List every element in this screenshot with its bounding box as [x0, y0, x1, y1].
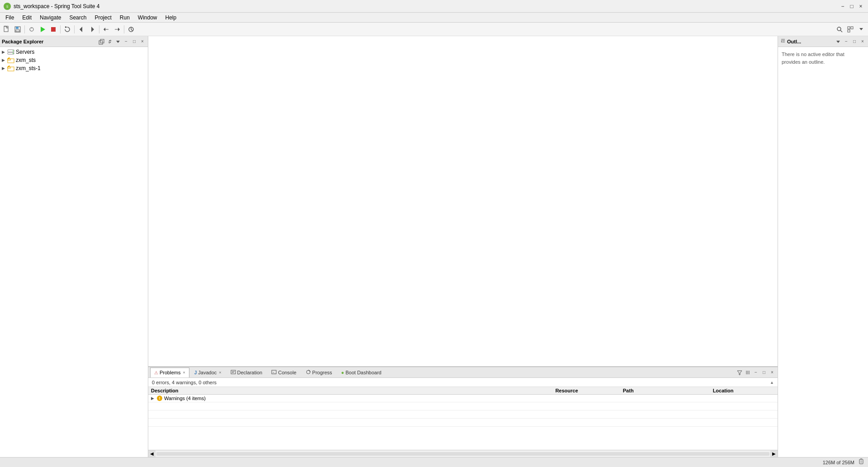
expand-warnings-arrow[interactable]: ▶	[151, 396, 154, 401]
tree-item-servers[interactable]: ▶ Servers	[1, 48, 147, 56]
tab-boot-dashboard[interactable]: ● Boot Dashboard	[337, 368, 386, 377]
forward-button[interactable]	[87, 24, 97, 34]
menu-edit[interactable]: Edit	[19, 14, 35, 22]
sort-arrow-icon: ▲	[770, 380, 774, 385]
tree-item-zxm-sts-1[interactable]: ▶ zxm_sts-1	[1, 64, 147, 72]
svg-line-23	[131, 29, 132, 31]
declaration-tab-icon	[231, 369, 236, 376]
open-perspective-button[interactable]	[845, 24, 855, 34]
menu-search[interactable]: Search	[66, 14, 90, 22]
new-button[interactable]	[2, 24, 12, 34]
svg-line-25	[840, 30, 842, 32]
svg-marker-15	[80, 27, 82, 32]
menu-help[interactable]: Help	[162, 14, 180, 22]
col-path: Path	[620, 387, 710, 395]
bottom-tabs: ⚠ Problems × J Javadoc × Declaration	[148, 367, 778, 378]
title-bar-left: S sts_workspace - Spring Tool Suite 4	[4, 3, 100, 10]
view-menu-pkg-button[interactable]	[114, 38, 122, 45]
menu-run[interactable]: Run	[116, 14, 133, 22]
debug-button[interactable]	[27, 24, 37, 34]
title-bar: S sts_workspace - Spring Tool Suite 4 − …	[0, 0, 868, 13]
tab-javadoc[interactable]: J Javadoc ×	[190, 368, 226, 377]
menu-project[interactable]: Project	[91, 14, 115, 22]
collapse-all-button[interactable]	[98, 38, 105, 45]
toolbar-right	[835, 24, 866, 34]
col-location: Location	[710, 387, 778, 395]
search-toolbar-button[interactable]	[835, 24, 844, 34]
toolbar-sep-4	[99, 25, 99, 33]
tab-declaration[interactable]: Declaration	[226, 368, 267, 377]
outline-minimize-button[interactable]: −	[843, 38, 850, 45]
console-tab-label: Console	[278, 370, 296, 375]
scroll-right-button[interactable]: ▶	[770, 450, 778, 458]
horizontal-scrollbar: ◀ ▶	[148, 450, 778, 457]
gc-button[interactable]	[858, 458, 864, 466]
tree-arrow-zxm-sts-1: ▶	[2, 66, 7, 71]
javadoc-tab-close[interactable]: ×	[219, 370, 221, 375]
toolbar-sep-2	[60, 25, 61, 33]
svg-marker-18	[104, 28, 105, 31]
svg-marker-32	[116, 41, 120, 43]
refresh-button[interactable]	[62, 24, 72, 34]
minimize-button[interactable]: −	[839, 3, 846, 10]
svg-text:>_: >_	[273, 371, 276, 374]
open-task-button[interactable]	[126, 24, 136, 34]
maximize-button[interactable]: □	[848, 3, 855, 10]
toolbar-sep-1	[24, 25, 25, 33]
close-panel-button[interactable]: ×	[139, 38, 146, 45]
run-button[interactable]	[38, 24, 47, 34]
console-tab-icon: >_	[271, 369, 277, 376]
svg-marker-39	[7, 57, 9, 59]
close-button[interactable]: ×	[857, 3, 864, 10]
minimize-panel-button[interactable]: −	[123, 38, 130, 45]
problems-tab-close[interactable]: ×	[183, 370, 185, 375]
warnings-group-label: Warnings (4 items)	[164, 396, 206, 401]
svg-rect-38	[8, 59, 10, 60]
outline-close-button[interactable]: ×	[859, 38, 866, 45]
filter-problems-button[interactable]	[736, 369, 743, 376]
tree-item-zxm-sts[interactable]: ▶ zxm_sts	[1, 56, 147, 64]
close-bottom-panel-button[interactable]: ×	[769, 369, 776, 376]
tab-problems[interactable]: ⚠ Problems ×	[150, 368, 189, 377]
configure-columns-button[interactable]	[744, 369, 751, 376]
menu-window[interactable]: Window	[134, 14, 161, 22]
tab-progress[interactable]: Progress	[302, 368, 336, 377]
project-label-zxm-sts: zxm_sts	[16, 57, 36, 63]
save-button[interactable]	[13, 24, 23, 34]
warning-icon: !	[157, 396, 162, 401]
package-explorer-title: Package Explorer	[2, 39, 97, 44]
svg-rect-55	[781, 40, 782, 42]
tab-console[interactable]: >_ Console	[267, 368, 300, 377]
prev-edit-button[interactable]	[101, 24, 111, 34]
svg-rect-28	[848, 30, 850, 32]
link-editor-button[interactable]	[106, 38, 113, 45]
back-button[interactable]	[76, 24, 86, 34]
svg-text:S: S	[6, 5, 9, 8]
center-area: ⚠ Problems × J Javadoc × Declaration	[148, 36, 778, 457]
declaration-tab-label: Declaration	[237, 370, 263, 375]
view-menu-button[interactable]	[856, 24, 866, 34]
maximize-bottom-panel-button[interactable]: □	[760, 369, 768, 376]
stop-button[interactable]	[48, 24, 58, 34]
outline-maximize-button[interactable]: □	[851, 38, 858, 45]
table-row[interactable]: ▶ ! Warnings (4 items)	[148, 395, 778, 402]
menu-navigate[interactable]: Navigate	[36, 14, 65, 22]
svg-rect-40	[8, 67, 14, 71]
minimize-bottom-panel-button[interactable]: −	[752, 369, 760, 376]
menu-file[interactable]: File	[2, 14, 18, 22]
outline-view-menu-button[interactable]	[835, 38, 842, 45]
svg-rect-27	[851, 27, 853, 29]
svg-marker-42	[7, 65, 9, 67]
boot-dashboard-tab-icon: ●	[341, 370, 344, 375]
svg-point-24	[837, 27, 841, 31]
main-area: Package Explorer − □ × ▶ Servers	[0, 36, 868, 457]
scroll-track[interactable]	[156, 452, 769, 456]
servers-icon	[7, 48, 14, 56]
toolbar-sep-3	[74, 25, 75, 33]
next-edit-button[interactable]	[112, 24, 122, 34]
maximize-panel-button[interactable]: □	[131, 38, 138, 45]
scroll-left-button[interactable]: ◀	[148, 450, 156, 458]
outline-panel: Outl... − □ × There is no active editor …	[778, 36, 868, 457]
problems-tab-label: Problems	[160, 370, 180, 375]
problems-tab-icon: ⚠	[154, 370, 158, 375]
